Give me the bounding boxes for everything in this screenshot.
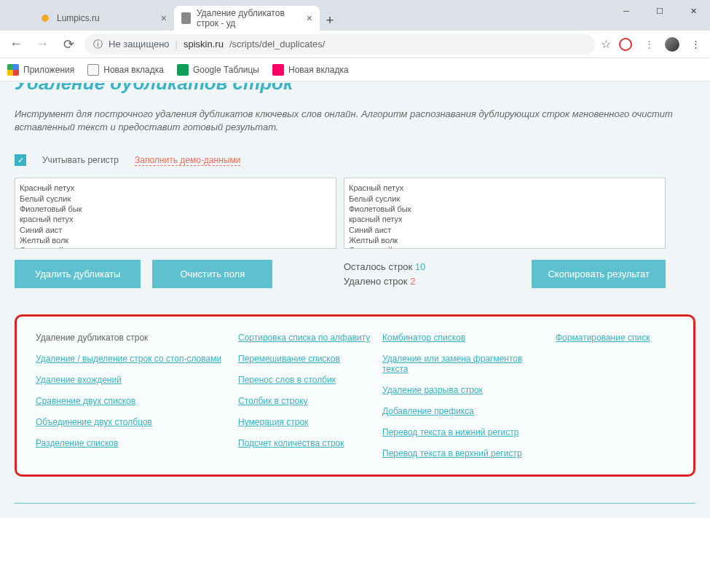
remove-duplicates-button[interactable]: Удалить дубликаты bbox=[15, 260, 141, 288]
extension-icon[interactable]: ⋮ bbox=[640, 36, 658, 53]
related-link[interactable]: Удаление или замена фрагментов текста bbox=[382, 354, 550, 374]
remaining-label: Осталось строк bbox=[344, 261, 412, 272]
close-window-button[interactable]: ✕ bbox=[677, 0, 710, 22]
related-link[interactable]: Сравнение двух списков bbox=[36, 396, 232, 406]
page-description: Инструмент для построчного удаления дубл… bbox=[15, 108, 695, 134]
case-checkbox[interactable]: ✓ bbox=[15, 154, 26, 166]
apps-icon bbox=[7, 64, 19, 76]
related-link[interactable]: Форматирование списк bbox=[556, 333, 650, 343]
menu-icon[interactable]: ⋮ bbox=[687, 36, 704, 53]
bookmark-label: Google Таблицы bbox=[193, 65, 259, 75]
related-link[interactable]: Нумерация строк bbox=[238, 417, 376, 427]
url-host: spiskin.ru bbox=[184, 39, 224, 49]
related-link-current: Удаление дубликатов строк bbox=[36, 333, 232, 343]
related-link[interactable]: Удаление / выделение строк со стоп-слова… bbox=[36, 354, 232, 364]
related-link[interactable]: Добавление префикса bbox=[382, 406, 550, 416]
related-link[interactable]: Перевод текста в нижний регистр bbox=[382, 427, 550, 437]
input-textarea[interactable] bbox=[15, 178, 336, 249]
output-textarea[interactable] bbox=[344, 178, 666, 249]
bookmark-newtab2[interactable]: Новая вкладка bbox=[272, 64, 349, 76]
maximize-button[interactable]: ☐ bbox=[643, 0, 677, 22]
related-link[interactable]: Подсчет количества строк bbox=[238, 438, 376, 448]
page-title: Удаление дубликатов строк bbox=[15, 83, 695, 98]
security-label: Не защищено bbox=[109, 39, 170, 49]
copy-result-button[interactable]: Скопировать результат bbox=[532, 260, 666, 288]
stats-block: Осталось строк 10 Удалено строк 2 bbox=[344, 260, 425, 288]
address-bar: ← → ⟳ ⓘ Не защищено | spiskin.ru/scripts… bbox=[0, 31, 710, 58]
related-link[interactable]: Перемешивание списков bbox=[238, 354, 376, 364]
page-content: Удаление дубликатов строк Инструмент для… bbox=[0, 82, 710, 518]
related-link[interactable]: Объединение двух столбцов bbox=[36, 417, 232, 427]
bookmarks-bar: Приложения Новая вкладка Google Таблицы … bbox=[0, 58, 710, 82]
tab-label: Удаление дубликатов строк - уд bbox=[197, 8, 301, 28]
browser-tab-spiskin[interactable]: Удаление дубликатов строк - уд × bbox=[174, 6, 320, 31]
url-path: /scripts/del_duplicates/ bbox=[229, 39, 326, 49]
related-link[interactable]: Комбинатор списков bbox=[382, 333, 550, 343]
bookmark-label: Новая вкладка bbox=[288, 65, 349, 75]
options-row: ✓ Учитывать регистр Заполнить демо-данны… bbox=[15, 154, 695, 166]
removed-value: 2 bbox=[410, 276, 415, 287]
browser-tab-lumpics[interactable]: Lumpics.ru × bbox=[32, 6, 174, 31]
close-icon[interactable]: × bbox=[161, 12, 167, 24]
tab-favicon-icon bbox=[181, 12, 191, 24]
bookmark-label: Новая вкладка bbox=[103, 65, 164, 75]
bookmark-label: Приложения bbox=[23, 65, 74, 75]
bookmark-newtab[interactable]: Новая вкладка bbox=[87, 64, 164, 76]
related-link[interactable]: Столбик в строку bbox=[238, 396, 376, 406]
reload-button[interactable]: ⟳ bbox=[58, 34, 79, 55]
bookmark-star-icon[interactable]: ☆ bbox=[601, 37, 611, 51]
demo-data-link[interactable]: Заполнить демо-данными bbox=[135, 155, 240, 166]
tab-favicon-icon bbox=[39, 12, 51, 24]
new-tab-button[interactable]: + bbox=[320, 10, 340, 31]
m-icon bbox=[272, 64, 284, 76]
insecure-icon: ⓘ bbox=[93, 38, 103, 51]
bookmark-apps[interactable]: Приложения bbox=[7, 64, 74, 76]
removed-label: Удалено строк bbox=[344, 276, 408, 287]
divider bbox=[15, 503, 695, 504]
related-link[interactable]: Разделение списков bbox=[36, 438, 232, 448]
clear-fields-button[interactable]: Очистить поля bbox=[152, 260, 272, 288]
bookmark-sheets[interactable]: Google Таблицы bbox=[177, 64, 259, 76]
url-input[interactable]: ⓘ Не защищено | spiskin.ru/scripts/del_d… bbox=[84, 34, 595, 55]
related-link[interactable]: Сортировка списка по алфавиту bbox=[238, 333, 376, 343]
sheets-icon bbox=[177, 64, 189, 76]
tab-label: Lumpics.ru bbox=[57, 13, 100, 23]
related-link[interactable]: Перенос слов в столбик bbox=[238, 375, 376, 385]
browser-tab-strip: Lumpics.ru × Удаление дубликатов строк -… bbox=[0, 0, 710, 31]
minimize-button[interactable]: ─ bbox=[610, 0, 643, 22]
related-link[interactable]: Удаление разрыва строк bbox=[382, 385, 550, 395]
page-icon bbox=[87, 64, 99, 76]
related-link[interactable]: Перевод текста в верхний регистр bbox=[382, 448, 550, 458]
related-link[interactable]: Удаление вхождений bbox=[36, 375, 232, 385]
extension-icon[interactable] bbox=[617, 36, 634, 53]
forward-button[interactable]: → bbox=[32, 34, 52, 55]
case-checkbox-label: Учитывать регистр bbox=[42, 155, 119, 165]
close-icon[interactable]: × bbox=[307, 12, 312, 24]
related-tools-box: Удаление дубликатов строк Удаление / выд… bbox=[15, 314, 695, 477]
remaining-value: 10 bbox=[415, 261, 425, 272]
back-button[interactable]: ← bbox=[6, 34, 26, 55]
avatar[interactable] bbox=[663, 36, 681, 53]
